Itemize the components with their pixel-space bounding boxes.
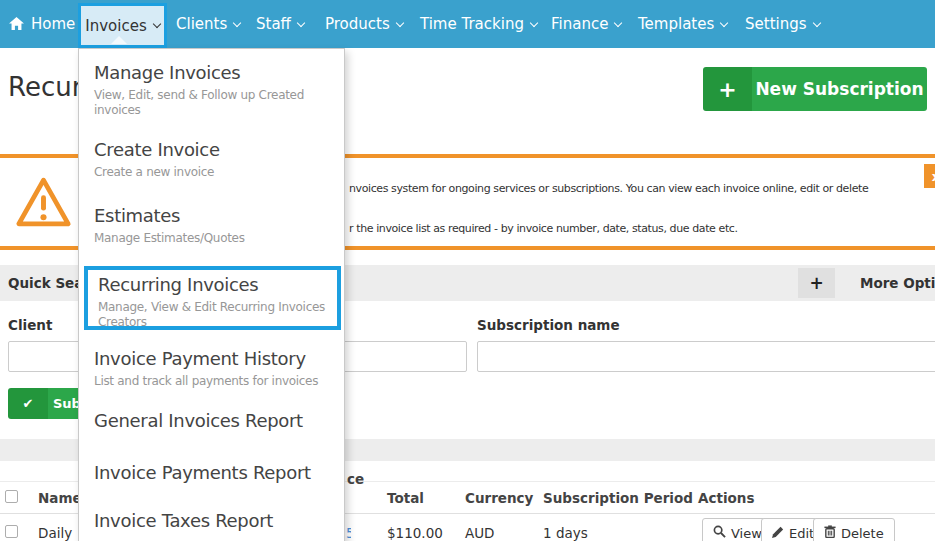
column-header-currency: Currency: [465, 490, 533, 506]
chevron-down-icon: [530, 18, 538, 26]
column-header-total: Total: [387, 490, 424, 506]
more-options-button[interactable]: More Options: [860, 275, 935, 291]
chevron-down-icon: [396, 18, 404, 26]
menu-item-general-invoices-report[interactable]: General Invoices Report: [94, 411, 334, 432]
menu-item-invoice-taxes-report[interactable]: Invoice Taxes Report: [94, 511, 334, 532]
menu-item-create-invoice[interactable]: Create Invoice Create a new invoice: [94, 140, 334, 180]
client-label: Client: [8, 317, 52, 333]
magnifier-icon: [713, 525, 726, 541]
menu-item-title: Recurring Invoices: [98, 275, 337, 296]
view-label: View: [731, 526, 762, 541]
nav-label-clients: Clients: [176, 15, 227, 33]
delete-label: Delete: [841, 526, 884, 541]
menu-item-subtitle: List and track all payments for invoices: [94, 374, 346, 389]
menu-item-title: General Invoices Report: [94, 411, 334, 432]
nav-item-settings[interactable]: Settings: [745, 0, 820, 48]
nav-item-templates[interactable]: Templates: [638, 0, 727, 48]
nav-label-time-tracking: Time Tracking: [420, 15, 524, 33]
menu-item-title: Manage Invoices: [94, 63, 334, 84]
nav-label-home: Home: [31, 15, 75, 33]
menu-item-invoice-payments-report[interactable]: Invoice Payments Report: [94, 463, 334, 484]
warning-triangle-icon: [15, 175, 72, 233]
chevron-down-icon: [297, 18, 305, 26]
nav-item-products[interactable]: Products: [325, 0, 403, 48]
row-name: Daily: [38, 525, 72, 541]
recurring-invoices-highlight-box: Recurring Invoices Manage, View & Edit R…: [84, 266, 341, 330]
column-header-actions: Actions: [698, 490, 754, 506]
home-icon: [9, 17, 24, 31]
menu-item-subtitle: Manage, View & Edit Recurring Invoices C…: [98, 300, 334, 330]
nav-item-time-tracking[interactable]: Time Tracking: [420, 0, 537, 48]
nav-label-products: Products: [325, 15, 390, 33]
nav-item-home[interactable]: Home: [9, 0, 75, 48]
row-link-fragment[interactable]: 5: [346, 525, 351, 541]
dropdown-caret: [111, 36, 127, 44]
menu-item-title: Invoice Payments Report: [94, 463, 334, 484]
menu-item-title: Invoice Taxes Report: [94, 511, 334, 532]
plus-icon: +: [703, 67, 752, 111]
row-checkbox[interactable]: [5, 525, 18, 538]
chevron-down-icon: [812, 18, 820, 26]
nav-label-templates: Templates: [638, 15, 714, 33]
menu-item-title: Create Invoice: [94, 140, 334, 161]
row-period: 1 days: [543, 525, 588, 541]
menu-item-title: Estimates: [94, 206, 334, 227]
alert-text-line1: nvoices system for ongoing services or s…: [349, 182, 868, 195]
nav-label-settings: Settings: [745, 15, 807, 33]
new-subscription-button[interactable]: + New Subscription: [703, 67, 927, 111]
trash-icon: [824, 525, 836, 541]
menu-item-estimates[interactable]: Estimates Manage Estimates/Quotes: [94, 206, 334, 246]
nav-label-finance: Finance: [551, 15, 608, 33]
nav-item-finance[interactable]: Finance: [551, 0, 621, 48]
menu-item-subtitle: Manage Estimates/Quotes: [94, 231, 346, 246]
nav-item-clients[interactable]: Clients: [176, 0, 240, 48]
column-header-name: Name: [38, 490, 82, 506]
subscription-name-input[interactable]: [477, 341, 935, 372]
app-screen: Recurring Invoices + New Subscription nv…: [0, 0, 935, 541]
menu-item-subtitle: Create a new invoice: [94, 165, 346, 180]
nav-label-staff: Staff: [256, 15, 291, 33]
row-total: $110.00: [387, 525, 443, 541]
nav-label-invoices: Invoices: [85, 17, 146, 35]
expand-plus-button[interactable]: +: [798, 268, 835, 298]
menu-item-invoice-payment-history[interactable]: Invoice Payment History List and track a…: [94, 349, 334, 389]
menu-item-manage-invoices[interactable]: Manage Invoices View, Edit, send & Follo…: [94, 63, 334, 118]
check-icon: ✔: [8, 388, 48, 419]
edit-label: Edit: [789, 526, 814, 541]
menu-item-subtitle: View, Edit, send & Follow up Created inv…: [94, 88, 346, 118]
pencil-icon: [772, 526, 784, 541]
chevron-down-icon: [152, 20, 160, 28]
alert-close-button[interactable]: x: [924, 164, 935, 188]
alert-text-line2: r the invoice list as required - by invo…: [349, 222, 738, 235]
new-subscription-label: New Subscription: [752, 67, 927, 111]
subscription-name-label: Subscription name: [477, 317, 620, 333]
chevron-down-icon: [614, 18, 622, 26]
column-header-period: Subscription Period: [543, 490, 693, 506]
nav-item-staff[interactable]: Staff: [256, 0, 304, 48]
menu-item-recurring-invoices[interactable]: Recurring Invoices Manage, View & Edit R…: [88, 270, 337, 330]
chevron-down-icon: [233, 18, 241, 26]
delete-button[interactable]: Delete: [813, 518, 895, 541]
invoices-dropdown-menu: Manage Invoices View, Edit, send & Follo…: [78, 48, 345, 541]
row-currency: AUD: [465, 525, 495, 541]
select-all-checkbox[interactable]: [5, 490, 18, 503]
menu-item-title: Invoice Payment History: [94, 349, 334, 370]
column-header-fragment: ce: [347, 471, 364, 487]
top-navbar: Home Clients Staff Products Time Trackin…: [0, 0, 935, 48]
chevron-down-icon: [720, 18, 728, 26]
